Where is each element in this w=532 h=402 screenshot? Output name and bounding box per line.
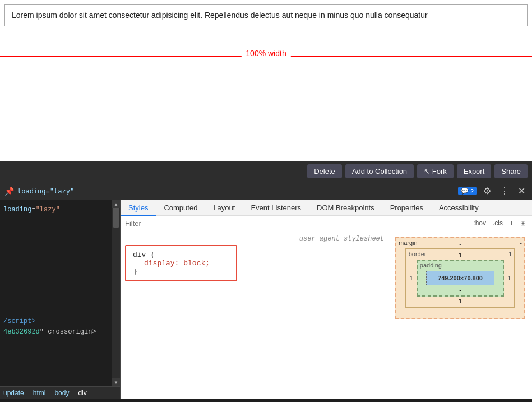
page-icon-button[interactable]: ⊞	[519, 219, 528, 228]
attr-value-lazy: "lazy"	[36, 206, 60, 214]
gear-button[interactable]: ⚙	[481, 184, 493, 197]
style-rule-block: user agent stylesheet div { display: blo…	[125, 235, 384, 395]
header-code-text: loading="lazy"	[17, 187, 74, 195]
cls-button[interactable]: .cls	[491, 219, 505, 228]
code-line-1: loading="lazy"	[3, 205, 117, 215]
border-left-val: 1	[406, 260, 417, 297]
lorem-ipsum-box: Lorem ipsum dolor sit amet consectetur a…	[4, 4, 528, 26]
box-model-area: margin - - - border 1 1	[393, 235, 528, 395]
badge-count: 2	[470, 188, 474, 195]
style-property: display:	[144, 259, 179, 267]
width-indicator: 100% width	[0, 49, 532, 66]
content-box: 749.200×70.800	[426, 271, 494, 285]
border-label: border	[409, 251, 427, 257]
style-selector: div {	[133, 251, 229, 259]
devtools-header-right: 💬 2 ⚙ ⋮ ✕	[458, 184, 528, 197]
script-close-tag: /script>	[3, 317, 36, 325]
padding-right-val: -	[494, 274, 503, 283]
padding-left-val: -	[418, 274, 427, 283]
hov-button[interactable]: :hov	[471, 219, 488, 228]
style-declaration: display: block;	[133, 259, 229, 267]
chat-icon: 💬	[461, 187, 469, 195]
tab-event-listeners[interactable]: Event Listeners	[243, 200, 309, 215]
breadcrumb-update[interactable]: update	[3, 389, 24, 397]
code-line-crossorigin: 4eb32692d" crossorigin>	[3, 327, 117, 338]
close-button[interactable]: ✕	[516, 184, 528, 197]
style-value: block;	[183, 259, 210, 267]
more-button[interactable]: ⋮	[498, 184, 511, 197]
filter-input[interactable]	[125, 219, 468, 228]
share-button[interactable]: Share	[494, 164, 528, 178]
content-container: 749.200×70.800	[426, 271, 494, 285]
padding-container: padding - -	[417, 260, 504, 297]
selector-text: div {	[133, 251, 155, 259]
code-line-script: /script>	[3, 316, 117, 327]
devtools-code-view: loading="lazy" /script> 4eb32692d" cross…	[0, 200, 120, 343]
tab-properties[interactable]: Properties	[382, 200, 431, 215]
margin-right-val: -	[515, 248, 524, 308]
devtools-right-panel: Styles Computed Layout Event Listeners D…	[121, 200, 532, 399]
style-closing-brace: }	[133, 267, 229, 276]
scroll-track: ▲ ▼	[112, 200, 120, 386]
tab-computed[interactable]: Computed	[156, 200, 205, 215]
crossorigin-text: 4eb32692d	[3, 328, 40, 336]
add-style-rule-button[interactable]: +	[508, 219, 515, 228]
scroll-thumb[interactable]	[113, 206, 119, 228]
margin-bottom-val: -	[396, 308, 524, 318]
border-container: border 1 1 1 padding	[405, 248, 516, 308]
attr-name-loading: loading	[3, 206, 31, 214]
padding-box: padding - -	[417, 260, 504, 297]
border-right-val: 1	[508, 251, 512, 257]
margin-top-right-val: -	[520, 239, 522, 246]
user-agent-label: user agent stylesheet	[125, 235, 384, 243]
tab-layout[interactable]: Layout	[205, 200, 243, 215]
padding-middle-row: - 749.200×70.800	[418, 271, 503, 285]
devtools-panel: Delete Add to Collection ↖ Fork Export S…	[0, 161, 532, 402]
pin-icon: 📌	[4, 187, 14, 196]
breadcrumb-div[interactable]: div	[78, 389, 86, 397]
breadcrumb-html[interactable]: html	[33, 389, 46, 397]
width-label: 100% width	[241, 49, 290, 58]
margin-label: margin	[399, 239, 418, 246]
filter-bar: :hov .cls + ⊞	[121, 216, 532, 230]
tab-styles[interactable]: Styles	[121, 200, 156, 216]
border-middle-row: 1 padding - -	[406, 260, 515, 297]
scroll-down-button[interactable]: ▼	[112, 378, 120, 386]
styles-tabs: Styles Computed Layout Event Listeners D…	[121, 200, 532, 216]
crossorigin-attr: " crossorigin>	[40, 328, 96, 336]
padding-bottom-val: -	[418, 285, 503, 294]
devtools-left-panel: loading="lazy" /script> 4eb32692d" cross…	[0, 200, 121, 399]
breadcrumb-bar: update html body div	[0, 386, 120, 399]
styles-content: user agent stylesheet div { display: blo…	[121, 230, 532, 399]
margin-box: margin - - - border 1 1	[395, 237, 525, 319]
scroll-up-button[interactable]: ▲	[112, 200, 120, 208]
border-box: border 1 1 1 padding	[405, 248, 516, 308]
tab-dom-breakpoints[interactable]: DOM Breakpoints	[309, 200, 382, 215]
content-dimensions: 749.200×70.800	[438, 275, 483, 281]
border-bottom-val: 1	[406, 297, 515, 306]
devtools-toolbar: Delete Add to Collection ↖ Fork Export S…	[0, 161, 532, 182]
padding-label: padding	[420, 262, 442, 269]
comment-badge: 💬 2	[458, 187, 477, 195]
style-rule-box: div { display: block; }	[125, 245, 237, 281]
devtools-header-left: 📌 loading="lazy"	[4, 187, 458, 196]
border-right-side: 1	[504, 260, 514, 297]
filter-actions: :hov .cls + ⊞	[471, 219, 528, 228]
fork-button[interactable]: ↖ Fork	[417, 164, 454, 178]
lorem-ipsum-text: Lorem ipsum dolor sit amet consectetur a…	[12, 11, 428, 20]
margin-middle-row: - border 1 1 1	[396, 248, 524, 308]
breadcrumb-body[interactable]: body	[54, 389, 69, 397]
tab-accessibility[interactable]: Accessibility	[431, 200, 487, 215]
margin-left-val: -	[396, 248, 405, 308]
devtools-main: loading="lazy" /script> 4eb32692d" cross…	[0, 200, 532, 399]
devtools-header-row: 📌 loading="lazy" 💬 2 ⚙ ⋮ ✕	[0, 182, 532, 200]
delete-button[interactable]: Delete	[307, 164, 342, 178]
add-collection-button[interactable]: Add to Collection	[345, 164, 414, 178]
export-button[interactable]: Export	[457, 164, 492, 178]
